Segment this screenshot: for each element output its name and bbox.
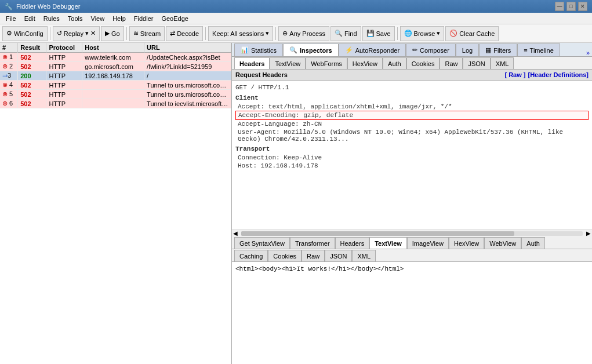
tab-req-webforms[interactable]: WebForms: [306, 57, 347, 69]
raw-link[interactable]: [ Raw ]: [504, 71, 525, 78]
tab-req-json[interactable]: JSON: [463, 57, 490, 69]
any-process-button[interactable]: ⊕ Any Process: [278, 26, 329, 41]
session-host: [82, 99, 144, 108]
session-icon: ⊗ 6: [0, 99, 18, 108]
request-content: GET / HTTP/1.1 Client Accept: text/html,…: [232, 81, 592, 230]
title-bar: 🔧 Fiddler Web Debugger — □ ✕: [0, 0, 592, 13]
tab-timeline[interactable]: ≡ Timeline: [517, 43, 560, 56]
menu-file[interactable]: File: [2, 14, 20, 23]
header-accept-language: Accept-Language: zh-CN: [235, 120, 589, 128]
menu-tools[interactable]: Tools: [64, 14, 86, 23]
session-table: # Result Protocol Host URL ⊗ 1502HTTPwww…: [0, 43, 231, 364]
browse-button[interactable]: 🌐 Browse ▾: [400, 26, 445, 41]
col-header-host[interactable]: Host: [82, 43, 144, 53]
tab-res-cookies[interactable]: Cookies: [268, 250, 302, 261]
stream-icon: ≋: [133, 30, 139, 37]
tab-req-xml[interactable]: XML: [491, 57, 514, 69]
horizontal-scrollbar[interactable]: ◀ ▶: [232, 230, 592, 236]
table-row[interactable]: ⇒3200HTTP192.168.149.178/: [0, 71, 231, 81]
tab-bar-request: Headers TextView WebForms HexView Auth C…: [232, 57, 592, 70]
tab-res-imageview[interactable]: ImageView: [407, 237, 449, 249]
tab-req-headers[interactable]: Headers: [234, 57, 270, 69]
decode-button[interactable]: ⇄ Decode: [166, 26, 203, 41]
tab-res-webview[interactable]: WebView: [484, 237, 521, 249]
maximize-button[interactable]: □: [566, 2, 576, 11]
tab-req-textview[interactable]: TextView: [270, 57, 306, 69]
table-row[interactable]: ⊗ 5502HTTPTunnel to urs.microsoft.com:44…: [0, 90, 231, 99]
table-row[interactable]: ⊗ 1502HTTPwww.telerik.com/UpdateCheck.as…: [0, 53, 231, 62]
tab-res-xml[interactable]: XML: [352, 250, 376, 261]
stream-button[interactable]: ≋ Stream: [129, 26, 165, 41]
clear-cache-icon: 🚫: [449, 30, 457, 37]
scroll-track[interactable]: [241, 231, 583, 236]
col-header-num[interactable]: #: [0, 43, 18, 53]
tab-filters[interactable]: ▦ Filters: [479, 43, 517, 56]
session-result: 502: [18, 53, 46, 62]
toolbar-sep-3: [205, 27, 206, 40]
col-header-result[interactable]: Result: [18, 43, 46, 53]
header-defs-link[interactable]: [Header Definitions]: [528, 71, 589, 78]
right-panel: 📊 Statistics 🔍 Inspectors ⚡ AutoResponde…: [232, 43, 592, 364]
tab-res-textview[interactable]: TextView: [369, 237, 407, 249]
tab-req-hexview[interactable]: HexView: [347, 57, 383, 69]
keep-dropdown[interactable]: Keep: All sessions ▾: [208, 26, 273, 41]
expand-button[interactable]: »: [586, 49, 590, 56]
session-protocol: HTTP: [46, 53, 82, 62]
menu-fiddler[interactable]: Fiddler: [130, 14, 157, 23]
tab-autoresponder[interactable]: ⚡ AutoResponder: [339, 43, 406, 56]
tab-req-raw[interactable]: Raw: [440, 57, 463, 69]
table-row[interactable]: ⊗ 6502HTTPTunnel to iecvlist.microsoft.c…: [0, 99, 231, 108]
tab-res-syntaxview[interactable]: Get SyntaxView: [234, 237, 290, 249]
menu-edit[interactable]: Edit: [21, 14, 39, 23]
tab-res-caching[interactable]: Caching: [234, 250, 268, 261]
main-content: # Result Protocol Host URL ⊗ 1502HTTPwww…: [0, 43, 592, 364]
tab-res-json[interactable]: JSON: [325, 250, 352, 261]
transport-section-title: Transport: [235, 145, 589, 152]
tab-composer[interactable]: ✏ Composer: [406, 43, 456, 56]
winconfig-button[interactable]: ⚙ WinConfig: [2, 26, 48, 41]
tab-req-auth[interactable]: Auth: [383, 57, 406, 69]
keep-dropdown-arrow: ▾: [266, 30, 269, 37]
statistics-icon: 📊: [241, 46, 249, 54]
session-protocol: HTTP: [46, 99, 82, 108]
tab-statistics[interactable]: 📊 Statistics: [234, 43, 283, 56]
replay-x-icon: ✕: [90, 30, 96, 37]
col-header-protocol[interactable]: Protocol: [46, 43, 82, 53]
menu-view[interactable]: View: [88, 14, 108, 23]
tab-res-raw[interactable]: Raw: [302, 250, 325, 261]
tab-bar-top: 📊 Statistics 🔍 Inspectors ⚡ AutoResponde…: [232, 43, 592, 57]
col-header-url[interactable]: URL: [144, 43, 231, 53]
toolbar-sep-2: [126, 27, 127, 40]
scroll-right-btn[interactable]: ▶: [585, 230, 592, 236]
tab-res-auth[interactable]: Auth: [521, 237, 545, 249]
minimize-button[interactable]: —: [555, 2, 564, 11]
tab-res-hexview[interactable]: HexView: [449, 237, 484, 249]
replay-button[interactable]: ↺ Replay ▾ ✕: [53, 26, 100, 41]
save-button[interactable]: 💾 Save: [362, 26, 395, 41]
tab-log[interactable]: Log: [456, 43, 479, 56]
table-row[interactable]: ⊗ 4502HTTPTunnel to urs.microsoft.com:44…: [0, 81, 231, 90]
find-button[interactable]: 🔍 Find: [330, 26, 361, 41]
tab-res-transformer[interactable]: Transformer: [290, 237, 335, 249]
client-section-title: Client: [235, 94, 589, 101]
scroll-left-btn[interactable]: ◀: [232, 230, 239, 236]
session-result: 502: [18, 99, 46, 108]
decode-icon: ⇄: [170, 30, 175, 37]
tab-req-cookies[interactable]: Cookies: [406, 57, 440, 69]
replay-dropdown-icon: ▾: [85, 30, 89, 37]
session-url: /UpdateCheck.aspx?isBet: [144, 53, 231, 62]
autoresponder-icon: ⚡: [345, 46, 353, 54]
table-row[interactable]: ⊗ 2502HTTPgo.microsoft.com/fwlink/?LinkI…: [0, 62, 231, 71]
menu-rules[interactable]: Rules: [40, 14, 63, 23]
tab-res-headers[interactable]: Headers: [335, 237, 370, 249]
session-protocol: HTTP: [46, 62, 82, 71]
clear-cache-button[interactable]: 🚫 Clear Cache: [445, 26, 499, 41]
scroll-thumb[interactable]: [241, 231, 514, 236]
menu-geoedge[interactable]: GeoEdge: [158, 14, 191, 23]
close-button[interactable]: ✕: [578, 2, 587, 11]
tab-inspectors[interactable]: 🔍 Inspectors: [283, 43, 339, 56]
go-button[interactable]: ▶ Go: [101, 26, 124, 41]
menu-help[interactable]: Help: [109, 14, 129, 23]
menu-bar: File Edit Rules Tools View Help Fiddler …: [0, 13, 592, 24]
session-url: Tunnel to urs.microsoft.com:443: [144, 90, 231, 99]
